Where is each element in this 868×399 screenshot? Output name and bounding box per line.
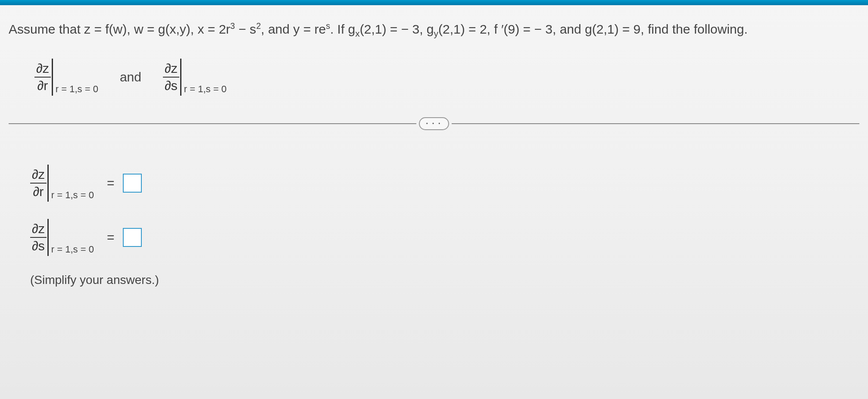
find-expressions: ∂z ∂r r = 1,s = 0 and ∂z ∂s r = 1,s = 0 (9, 59, 859, 96)
eval-point-ans1: r = 1,s = 0 (51, 190, 94, 202)
eval-bar-1: r = 1,s = 0 (52, 59, 98, 96)
divider-line-left (9, 123, 416, 124)
answer-input-dzds[interactable] (123, 228, 142, 247)
answer-dzdr-expression: ∂z ∂r r = 1,s = 0 (30, 165, 94, 202)
equals-sign-2: = (107, 230, 115, 245)
numerator-dz: ∂z (34, 61, 51, 78)
denominator-ds-ans2: ∂s (30, 238, 47, 253)
dzds-expression: ∂z ∂s r = 1,s = 0 (163, 59, 227, 96)
subscript-y: y (434, 28, 439, 38)
problem-text-3: , and y = re (261, 22, 326, 36)
answer-row-dzds: ∂z ∂s r = 1,s = 0 = (30, 219, 859, 256)
section-divider: • • • (9, 117, 859, 130)
eval-point-1: r = 1,s = 0 (56, 84, 98, 96)
exponent-s: s (326, 21, 330, 31)
problem-content: Assume that z = f(w), w = g(x,y), x = 2r… (0, 5, 868, 296)
numerator-dz-2: ∂z (163, 61, 179, 78)
answer-row-dzdr: ∂z ∂r r = 1,s = 0 = (30, 165, 859, 202)
fraction-dzdr: ∂z ∂r (34, 61, 51, 93)
problem-text-1: Assume that z = f(w), w = g(x,y), x = 2r (9, 22, 230, 36)
problem-text-2: − s (235, 22, 256, 36)
answer-dzds-expression: ∂z ∂s r = 1,s = 0 (30, 219, 94, 256)
denominator-dr: ∂r (36, 78, 50, 93)
subscript-x: x (355, 28, 360, 38)
problem-text-4: . If g (330, 22, 355, 36)
exponent-2: 2 (256, 21, 261, 31)
denominator-dr-ans1: ∂r (31, 184, 46, 199)
fraction-dzds: ∂z ∂s (163, 61, 179, 93)
denominator-ds: ∂s (163, 78, 179, 93)
eval-point-ans2: r = 1,s = 0 (51, 244, 94, 256)
eval-bar-2: r = 1,s = 0 (180, 59, 227, 96)
answer-input-dzdr[interactable] (123, 174, 142, 193)
eval-point-2: r = 1,s = 0 (184, 84, 227, 96)
numerator-dz-ans1: ∂z (30, 167, 47, 184)
and-connector: and (120, 70, 141, 84)
problem-text-5: (2,1) = − 3, g (360, 22, 434, 36)
expand-button[interactable]: • • • (419, 117, 449, 130)
answer-section: ∂z ∂r r = 1,s = 0 = ∂z ∂s r = 1,s = 0 (9, 165, 859, 287)
problem-statement: Assume that z = f(w), w = g(x,y), x = 2r… (9, 18, 859, 41)
equals-sign-1: = (107, 176, 115, 190)
dzdr-expression: ∂z ∂r r = 1,s = 0 (34, 59, 98, 96)
eval-bar-ans1: r = 1,s = 0 (47, 165, 94, 202)
divider-line-right (452, 123, 859, 124)
fraction-answer-dzdr: ∂z ∂r (30, 167, 47, 199)
window-top-bar (0, 0, 868, 5)
exponent-3: 3 (230, 21, 235, 31)
eval-bar-ans2: r = 1,s = 0 (47, 219, 94, 256)
numerator-dz-ans2: ∂z (30, 221, 47, 238)
problem-text-6: (2,1) = 2, f ′(9) = − 3, and g(2,1) = 9,… (438, 22, 748, 36)
simplify-instruction: (Simplify your answers.) (30, 273, 859, 287)
ellipsis-icon: • • • (426, 121, 442, 126)
fraction-answer-dzds: ∂z ∂s (30, 221, 47, 253)
